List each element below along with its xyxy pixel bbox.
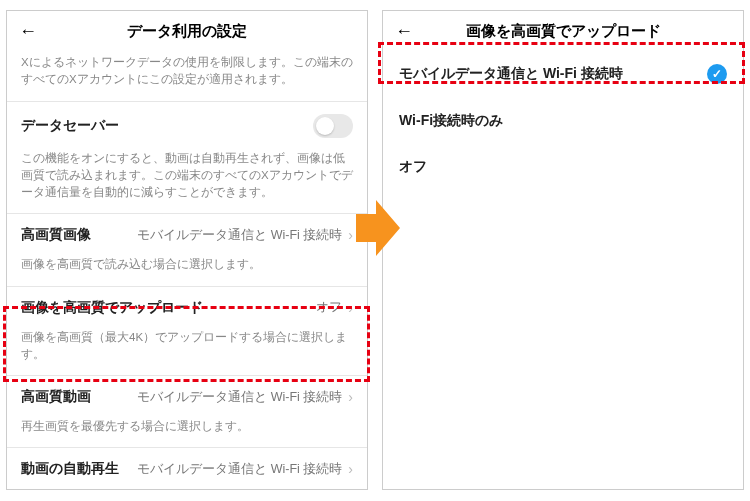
row-label: 画像を高画質でアップロード: [21, 299, 203, 317]
page-title: 画像を高画質でアップロード: [395, 22, 731, 41]
row-value: モバイルデータ通信と Wi-Fi 接続時: [91, 227, 348, 244]
intro-text: Xによるネットワークデータの使用を制限します。この端末のすべてのXアカウントにこ…: [7, 50, 367, 101]
option-label: Wi-Fi接続時のみ: [399, 112, 503, 130]
chevron-right-icon: ›: [348, 461, 353, 477]
row-value: モバイルデータ通信と Wi-Fi 接続時: [91, 389, 348, 406]
arrow-right-icon: [356, 200, 400, 256]
row-autoplay-video[interactable]: 動画の自動再生 モバイルデータ通信と Wi-Fi 接続時 ›: [7, 448, 367, 490]
chevron-right-icon: ›: [348, 300, 353, 316]
option-off[interactable]: オフ: [383, 144, 743, 190]
row-label: 高画質画像: [21, 226, 91, 244]
row-desc: 再生画質を最優先する場合に選択します。: [7, 418, 367, 447]
option-label: オフ: [399, 158, 427, 176]
row-high-quality-image[interactable]: 高画質画像 モバイルデータ通信と Wi-Fi 接続時 ›: [7, 214, 367, 256]
data-saver-label: データセーバー: [21, 117, 119, 135]
data-saver-toggle[interactable]: [313, 114, 353, 138]
header: ← データ利用の設定: [7, 11, 367, 50]
page-title: データ利用の設定: [19, 22, 355, 41]
data-saver-row[interactable]: データセーバー: [7, 102, 367, 150]
data-saver-desc: この機能をオンにすると、動画は自動再生されず、画像は低画質で読み込まれます。この…: [7, 150, 367, 214]
upload-quality-screen: ← 画像を高画質でアップロード モバイルデータ通信と Wi-Fi 接続時 ✓ W…: [382, 10, 744, 490]
row-desc: 画像を高画質（最大4K）でアップロードする場合に選択します。: [7, 329, 367, 376]
header: ← 画像を高画質でアップロード: [383, 11, 743, 50]
row-desc: 画像を高画質で読み込む場合に選択します。: [7, 256, 367, 285]
option-label: モバイルデータ通信と Wi-Fi 接続時: [399, 65, 623, 83]
row-value: オフ: [203, 299, 348, 316]
option-wifi-only[interactable]: Wi-Fi接続時のみ: [383, 98, 743, 144]
row-high-quality-video[interactable]: 高画質動画 モバイルデータ通信と Wi-Fi 接続時 ›: [7, 376, 367, 418]
settings-screen: ← データ利用の設定 Xによるネットワークデータの使用を制限します。この端末のす…: [6, 10, 368, 490]
row-label: 動画の自動再生: [21, 460, 119, 478]
option-mobile-and-wifi[interactable]: モバイルデータ通信と Wi-Fi 接続時 ✓: [383, 50, 743, 98]
chevron-right-icon: ›: [348, 227, 353, 243]
row-value: モバイルデータ通信と Wi-Fi 接続時: [119, 461, 348, 478]
row-label: 高画質動画: [21, 388, 91, 406]
check-icon: ✓: [707, 64, 727, 84]
row-upload-high-quality[interactable]: 画像を高画質でアップロード オフ ›: [7, 287, 367, 329]
svg-marker-0: [356, 200, 400, 256]
chevron-right-icon: ›: [348, 389, 353, 405]
